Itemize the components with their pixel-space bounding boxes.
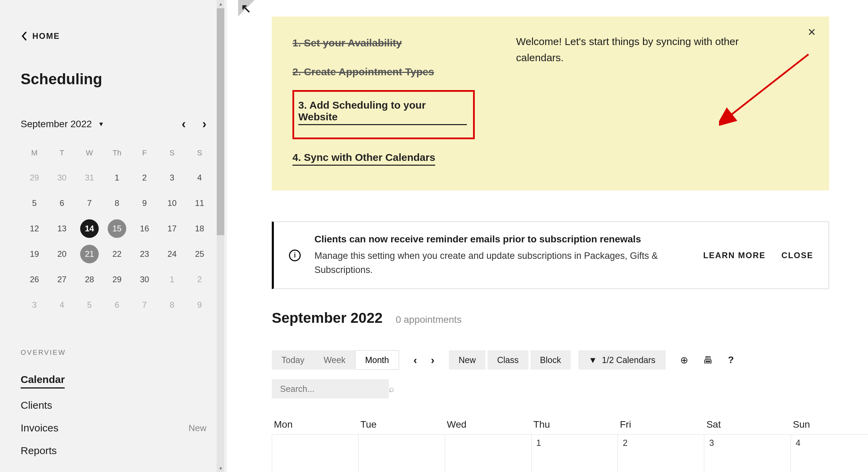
mini-day-cell[interactable]: 6 — [103, 292, 131, 318]
mini-day-cell[interactable]: 18 — [186, 216, 213, 241]
calendar-heading: September 2022 0 appointments — [272, 310, 829, 326]
sidebar-item-label: Invoices — [21, 422, 58, 434]
mini-day-cell[interactable]: 1 — [158, 267, 186, 292]
month-dow-cell: Fri — [618, 419, 704, 430]
sidebar-item-label: Clients — [21, 399, 52, 411]
mini-dow-cell: S — [186, 145, 213, 165]
next-month-button[interactable]: › — [202, 117, 206, 131]
mini-day-cell[interactable]: 8 — [158, 292, 186, 318]
search-box[interactable]: ⌕ — [272, 379, 389, 398]
mini-day-cell[interactable]: 13 — [48, 216, 76, 241]
home-link[interactable]: HOME — [21, 31, 206, 41]
calendar-filter[interactable]: ▼ 1/2 Calendars — [578, 350, 666, 370]
view-week[interactable]: Week — [314, 350, 355, 370]
mini-day-cell[interactable]: 7 — [76, 190, 103, 216]
mini-dow-cell: S — [158, 145, 186, 165]
search-icon: ⌕ — [389, 384, 394, 394]
month-day-cell[interactable]: 4 — [791, 435, 868, 472]
view-month[interactable]: Month — [355, 350, 399, 370]
home-label: HOME — [32, 31, 60, 41]
mini-day-cell[interactable]: 5 — [76, 292, 103, 318]
sidebar-scroll-down[interactable]: ▾ — [217, 464, 224, 472]
mini-day-cell[interactable]: 5 — [21, 190, 48, 216]
onboarding-step[interactable]: 3. Add Scheduling to your Website — [298, 95, 467, 125]
mini-day-cell[interactable]: 31 — [76, 165, 103, 190]
mini-day-cell[interactable]: 20 — [48, 241, 76, 267]
mini-day-cell[interactable]: 2 — [131, 165, 158, 190]
new-badge: New — [189, 423, 206, 433]
search-input[interactable] — [280, 384, 389, 394]
month-day-cell[interactable] — [272, 435, 358, 472]
notice-close-button[interactable]: CLOSE — [781, 251, 813, 260]
mini-day-cell[interactable]: 15 — [103, 216, 131, 241]
caret-down-icon: ▼ — [98, 121, 104, 128]
sidebar-item-calendar[interactable]: Calendar — [21, 368, 206, 394]
sidebar-scrollbar-thumb[interactable] — [217, 8, 224, 235]
month-picker[interactable]: September 2022 ▼ — [21, 119, 104, 130]
mini-day-cell[interactable]: 14 — [76, 216, 103, 241]
sidebar-scroll-up[interactable]: ▴ — [217, 0, 224, 8]
mini-day-cell[interactable]: 29 — [103, 267, 131, 292]
sidebar-item-invoices[interactable]: InvoicesNew — [21, 417, 206, 439]
mini-day-cell[interactable]: 9 — [186, 292, 213, 318]
prev-month-button[interactable]: ‹ — [182, 117, 186, 131]
mini-day-cell[interactable]: 17 — [158, 216, 186, 241]
block-button[interactable]: Block — [531, 350, 571, 370]
onboarding-step[interactable]: 4. Sync with Other Calendars — [292, 147, 435, 166]
mini-day-cell[interactable]: 25 — [186, 241, 213, 267]
mini-day-cell[interactable]: 19 — [21, 241, 48, 267]
mini-day-cell[interactable]: 23 — [131, 241, 158, 267]
help-icon[interactable]: ? — [728, 354, 734, 366]
mini-day-cell[interactable]: 26 — [21, 267, 48, 292]
view-today[interactable]: Today — [272, 350, 314, 370]
month-dow-cell: Wed — [445, 419, 531, 430]
mini-day-cell[interactable]: 12 — [21, 216, 48, 241]
mini-day-cell[interactable]: 3 — [21, 292, 48, 318]
mini-day-cell[interactable]: 6 — [48, 190, 76, 216]
mini-day-cell[interactable]: 8 — [103, 190, 131, 216]
month-dow-cell: Tue — [358, 419, 444, 430]
month-day-cell[interactable]: 2 — [618, 435, 704, 472]
mini-day-cell[interactable]: 29 — [21, 165, 48, 190]
onboarding-step: 2. Create Appointment Types — [292, 61, 434, 83]
month-day-cell[interactable]: 3 — [704, 435, 791, 472]
mini-day-cell[interactable]: 22 — [103, 241, 131, 267]
month-grid: MonTueWedThuFriSatSun 1234 — [272, 419, 868, 472]
new-button[interactable]: New — [449, 350, 485, 370]
sidebar-item-reports[interactable]: Reports — [21, 439, 206, 462]
month-dow-cell: Sat — [704, 419, 791, 430]
sidebar-item-label: Reports — [21, 445, 57, 457]
mini-day-cell[interactable]: 4 — [48, 292, 76, 318]
sidebar-item-clients[interactable]: Clients — [21, 394, 206, 417]
cal-next-button[interactable]: › — [431, 354, 435, 366]
month-day-cell[interactable]: 1 — [532, 435, 618, 472]
mini-day-cell[interactable]: 27 — [48, 267, 76, 292]
mini-day-cell[interactable]: 2 — [186, 267, 213, 292]
mini-day-cell[interactable]: 4 — [186, 165, 213, 190]
cal-prev-button[interactable]: ‹ — [414, 354, 417, 366]
overview-heading: OVERVIEW — [21, 349, 206, 356]
zoom-icon[interactable]: ⊕ — [680, 354, 688, 366]
calendar-month-title: September 2022 — [272, 310, 383, 326]
mini-day-cell[interactable]: 7 — [131, 292, 158, 318]
class-button[interactable]: Class — [487, 350, 528, 370]
mini-calendar: MTWThFSS 2930311234567891011121314151617… — [21, 145, 213, 318]
mini-day-cell[interactable]: 1 — [103, 165, 131, 190]
mini-day-cell[interactable]: 30 — [48, 165, 76, 190]
mini-day-cell[interactable]: 30 — [131, 267, 158, 292]
mini-day-cell[interactable]: 21 — [76, 241, 103, 267]
print-icon[interactable]: 🖶 — [703, 354, 713, 366]
month-day-cell[interactable] — [358, 435, 445, 472]
mini-day-cell[interactable]: 11 — [186, 190, 213, 216]
main-content: ✕ 1. Set your Availability2. Create Appo… — [241, 0, 860, 472]
month-day-cell[interactable] — [445, 435, 532, 472]
learn-more-button[interactable]: LEARN MORE — [703, 251, 765, 260]
mini-day-cell[interactable]: 9 — [131, 190, 158, 216]
mini-day-cell[interactable]: 10 — [158, 190, 186, 216]
mini-day-cell[interactable]: 28 — [76, 267, 103, 292]
mini-day-cell[interactable]: 24 — [158, 241, 186, 267]
mini-day-cell[interactable]: 3 — [158, 165, 186, 190]
mini-day-cell[interactable]: 16 — [131, 216, 158, 241]
welcome-banner: ✕ 1. Set your Availability2. Create Appo… — [272, 17, 829, 190]
close-icon[interactable]: ✕ — [807, 26, 816, 38]
